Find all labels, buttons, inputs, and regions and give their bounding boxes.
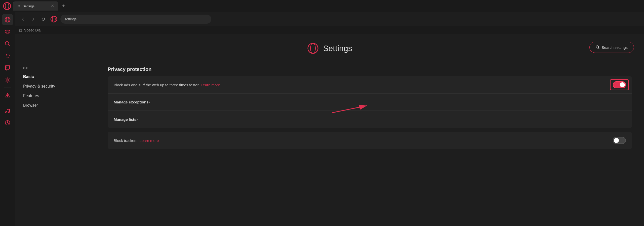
privacy-card: Block ads and surf the web up to three t…	[108, 76, 632, 128]
sidebar-item-vr[interactable]	[2, 26, 13, 37]
toggle-slider-on	[613, 81, 626, 88]
search-settings-button[interactable]: Search settings	[589, 42, 634, 53]
sidebar-item-opera[interactable]	[2, 14, 13, 25]
manage-lists-label: Manage lists	[114, 117, 136, 122]
tab-settings-icon: ⚙	[17, 4, 21, 8]
block-trackers-text: Block trackers Learn more	[114, 138, 613, 143]
speed-dial-icon: ◻	[19, 28, 22, 32]
svg-point-21	[51, 16, 57, 22]
titlebar: ⚙ Settings ✕ +	[0, 0, 644, 12]
tab-bar: ⚙ Settings ✕ +	[13, 0, 642, 12]
sidebar-divider-2	[4, 103, 11, 103]
settings-nav-basic[interactable]: Basic	[23, 72, 88, 82]
svg-point-15	[7, 94, 8, 95]
settings-nav-privacy-security[interactable]: Privacy & security	[23, 82, 88, 91]
manage-exceptions-row[interactable]: Manage exceptions ›	[108, 94, 632, 111]
block-ads-toggle-container	[613, 81, 626, 88]
toggle-knob	[620, 82, 625, 87]
svg-point-5	[6, 31, 7, 32]
block-trackers-card: Block trackers Learn more	[108, 132, 632, 149]
settings-title-area: Settings	[307, 42, 352, 54]
manage-exceptions-label: Manage exceptions	[114, 100, 148, 104]
settings-nav: GX Basic Privacy & security Features Bro…	[15, 60, 96, 226]
settings-nav-section-gx: GX Basic Privacy & security Features Bro…	[15, 66, 96, 110]
svg-line-26	[598, 48, 599, 49]
svg-point-1	[5, 3, 9, 10]
settings-opera-logo	[307, 42, 319, 54]
sidebar-divider-1	[4, 88, 11, 88]
block-ads-row: Block ads and surf the web up to three t…	[108, 76, 632, 94]
back-button[interactable]	[19, 15, 27, 23]
sidebar-item-music[interactable]	[2, 105, 13, 116]
svg-point-3	[6, 17, 9, 22]
new-tab-button[interactable]: +	[59, 2, 67, 10]
sidebar-item-clock[interactable]	[2, 117, 13, 128]
svg-point-23	[308, 43, 318, 53]
sidebar-item-shopping[interactable]	[2, 50, 13, 61]
active-tab[interactable]: ⚙ Settings ✕	[13, 2, 58, 11]
opera-logo-titlebar	[2, 1, 12, 11]
block-ads-text: Block ads and surf the web up to three t…	[114, 83, 613, 87]
settings-nav-browser[interactable]: Browser	[23, 101, 88, 110]
svg-point-17	[8, 111, 10, 112]
forward-button[interactable]	[29, 15, 37, 23]
svg-line-20	[8, 123, 9, 123]
svg-point-9	[7, 57, 7, 58]
sidebar-item-acrobat[interactable]	[2, 90, 13, 101]
search-icon	[596, 45, 600, 49]
sidebar-item-twitch[interactable]	[2, 62, 13, 73]
svg-point-10	[8, 57, 9, 58]
settings-content: Privacy protection Block ads and surf th…	[96, 60, 644, 226]
browser-layout: settings ◻ Speed Dial Settings	[0, 12, 644, 226]
svg-point-6	[8, 31, 9, 32]
reload-button[interactable]	[39, 15, 47, 23]
svg-point-22	[52, 16, 55, 22]
settings-nav-section-label: GX	[23, 66, 88, 70]
settings-header: Settings Search settings	[15, 34, 644, 60]
privacy-section-title: Privacy protection	[108, 66, 632, 72]
block-ads-toggle[interactable]	[613, 81, 626, 88]
speed-dial-bar: ◻ Speed Dial	[15, 26, 644, 34]
block-ads-learn-more[interactable]: Learn more	[201, 83, 220, 87]
tab-label: Settings	[23, 4, 34, 8]
sidebar-item-search[interactable]	[2, 38, 13, 49]
toggle-slider-off	[613, 137, 626, 144]
svg-point-24	[310, 43, 315, 53]
sidebar	[0, 12, 15, 226]
svg-point-2	[5, 17, 10, 22]
opera-logo-nav	[50, 16, 57, 23]
nav-bar: settings	[15, 12, 644, 26]
svg-line-8	[8, 45, 10, 46]
block-trackers-row: Block trackers Learn more	[108, 132, 632, 149]
svg-point-13	[7, 79, 8, 81]
search-settings-label: Search settings	[602, 45, 628, 50]
manage-lists-row[interactable]: Manage lists ›	[108, 111, 632, 128]
settings-body: GX Basic Privacy & security Features Bro…	[15, 60, 644, 226]
tab-close-button[interactable]: ✕	[51, 4, 54, 8]
block-trackers-learn-more[interactable]: Learn more	[140, 138, 159, 143]
speed-dial-label: Speed Dial	[24, 28, 42, 32]
manage-exceptions-chevron: ›	[148, 99, 150, 105]
settings-page: Settings Search settings GX Basic	[15, 34, 644, 226]
settings-title: Settings	[323, 44, 352, 53]
settings-nav-features[interactable]: Features	[23, 91, 88, 101]
sidebar-item-settings[interactable]	[2, 74, 13, 86]
address-text: settings	[64, 17, 76, 21]
manage-lists-chevron: ›	[136, 117, 138, 122]
svg-point-0	[4, 3, 11, 10]
toggle-knob-off	[614, 138, 619, 143]
main-area: settings ◻ Speed Dial Settings	[15, 12, 644, 226]
address-bar[interactable]: settings	[60, 15, 211, 24]
block-trackers-toggle[interactable]	[613, 137, 626, 144]
